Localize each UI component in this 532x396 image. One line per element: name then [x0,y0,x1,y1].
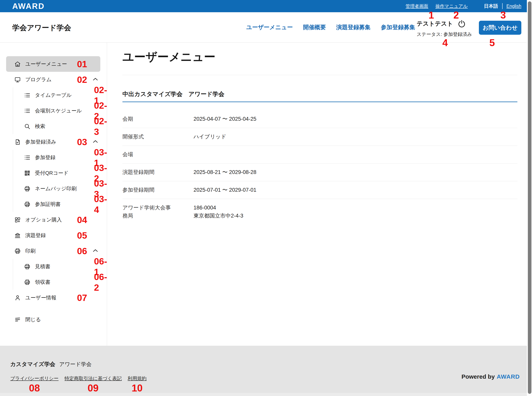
sidebar-item-abstract-registration[interactable]: 演題登録 05 [6,227,100,243]
sidebar-item-label: 参加証明書 [35,201,61,208]
sidebar-item-name-badge-print[interactable]: ネームバッジ印刷 03-3 [13,181,101,196]
annotation-03-4: 03-4 [94,194,107,215]
search-icon [24,123,31,130]
sidebar-item-venue-schedule[interactable]: 会場別スケジュール 02-2 [13,103,101,118]
annotation-02-3: 02-3 [94,116,107,137]
footer-links: プライバシーポリシー 08 特定商取引法に基づく表記 09 利用規約 10 [10,375,147,394]
footer-link-commerce-col: 特定商取引法に基づく表記 09 [65,375,122,394]
sidebar-item-label: プログラム [25,76,52,83]
home-icon [14,61,21,67]
conference-info-table: 会期 2025-04-07 〜 2025-04-25 開催形式 ハイブリッド 会… [122,110,517,225]
annotation-10: 10 [132,382,143,394]
list-icon [24,107,31,114]
sidebar-item-label: ユーザー情報 [25,294,56,301]
row-label: 開催形式 [122,133,193,141]
privacy-policy-link[interactable]: プライバシーポリシー [10,375,59,382]
page-footer: カスタマイズ学会 アワード学会 プライバシーポリシー 08 特定商取引法に基づく… [0,346,532,396]
printer-icon [24,185,31,192]
sidebar-group-registered: 参加登録 03-1 受付QRコード 03-2 [13,150,107,212]
chevron-up-icon [92,140,98,144]
sidebar-item-label: 演題登録 [25,232,46,239]
sidebar-item-user-menu[interactable]: ユーザーメニュー 01 [6,56,100,72]
sidebar-item-user-info[interactable]: ユーザー情報 07 [6,290,100,305]
annotation-09: 09 [88,382,99,394]
printer-icon [24,201,31,208]
printer-icon [24,279,31,285]
sidebar-item-label: 会場別スケジュール [35,107,82,114]
sidebar: ユーザーメニュー 01 プログラム 02 [0,43,107,346]
sidebar-item-participation-certificate[interactable]: 参加証明書 03-4 [13,196,101,212]
footer-org-bold: カスタマイズ学会 [10,361,55,368]
row-label: 会場 [122,151,193,158]
terms-of-use-link[interactable]: 利用規約 [128,375,147,382]
annotation-01: 01 [77,59,87,70]
manual-link[interactable]: 操作マニュアル [436,3,468,9]
footer-org-normal: アワード学会 [59,361,92,368]
sidebar-collapse-label: 閉じる [25,316,41,323]
footer-link-privacy-col: プライバシーポリシー 08 [10,375,59,394]
row-label: 参加登録期間 [122,186,193,194]
sidebar-item-quotation[interactable]: 見積書 06-1 [13,259,101,274]
table-row: 会期 2025-04-07 〜 2025-04-25 [122,110,517,128]
sidebar-item-participation-registration[interactable]: 参加登録 03-1 [13,150,101,165]
annotation-3: 3 [500,9,506,21]
row-label: 会期 [122,115,193,123]
monitor-icon [14,76,21,83]
sidebar-item-option-purchase[interactable]: オプション購入 04 [6,212,100,227]
user-block: テストテスト ステータス: 参加登録済み [417,19,472,37]
sidebar-item-label: 検索 [35,123,45,130]
list-icon [24,154,31,161]
sidebar-item-program[interactable]: プログラム 02 [6,72,100,87]
scrollbar-track [527,0,532,396]
bank-icon [14,232,21,239]
commerce-law-link[interactable]: 特定商取引法に基づく表記 [65,375,122,382]
sidebar-item-reception-qr[interactable]: 受付QRコード 03-2 [13,165,101,181]
sidebar-item-label: ユーザーメニュー [25,61,67,67]
row-value: ハイブリッド [193,133,226,141]
powered-by-text: Powered by [461,373,495,380]
status-badge: ステータス: 参加登録済み [417,31,472,37]
sidebar-item-label: 受付QRコード [35,170,69,176]
nav-abstract-registration[interactable]: 演題登録募集 [336,23,371,31]
contact-button[interactable]: お問い合わせ [479,21,521,35]
sidebar-item-label: タイムテーブル [35,92,72,99]
row-label: アワード学術大会事務局 [122,204,193,220]
main-nav: ユーザーメニュー 開催概要 演題登録募集 参加登録募集 [246,12,415,43]
printer-icon [24,263,31,270]
grid-plus-icon [14,216,21,223]
list-icon [24,92,31,99]
scrollbar-thumb[interactable] [528,1,532,394]
sidebar-item-search[interactable]: 検索 02-3 [13,118,101,134]
row-label: 演題登録期間 [122,168,193,176]
chevron-up-icon [92,77,98,82]
annotation-2: 2 [453,9,459,21]
nav-user-menu[interactable]: ユーザーメニュー [246,23,293,31]
user-name: テストテスト [417,20,453,28]
sidebar-item-label: 見積書 [35,263,50,270]
sidebar-item-print[interactable]: 印刷 06 [6,243,100,259]
footer-link-terms-col: 利用規約 10 [128,375,147,394]
nav-participation-registration[interactable]: 参加登録募集 [381,23,415,31]
conference-section-title: 中出カスタマイズ学会 アワード学会 [122,90,517,98]
annotation-06: 06 [77,246,87,256]
menu-fold-icon [14,316,21,323]
sidebar-item-label: ネームバッジ印刷 [35,185,77,192]
annotation-08: 08 [29,382,40,394]
annotation-5: 5 [489,37,495,48]
main-content: ユーザーメニュー 中出カスタマイズ学会 アワード学会 会期 2025-04-07… [107,43,527,346]
annotation-07: 07 [77,292,87,303]
admin-screen-link[interactable]: 管理者画面 [406,3,428,9]
powered-by: Powered byAWARD [461,373,520,380]
sidebar-item-timetable[interactable]: タイムテーブル 02-1 [13,87,101,103]
lang-divider [502,3,502,9]
sidebar-item-registered[interactable]: 参加登録済み 03 [6,134,100,150]
row-value: 2025-07-01 〜 2029-07-01 [193,186,256,194]
table-row: 会場 [122,146,517,163]
nav-event-overview[interactable]: 開催概要 [303,23,326,31]
table-row: 開催形式 ハイブリッド [122,128,517,146]
person-icon [14,294,21,301]
sidebar-item-label: 参加登録 [35,154,55,161]
sidebar-item-receipt[interactable]: 領収書 06-2 [13,274,101,290]
sidebar-collapse-button[interactable]: 閉じる [6,312,100,327]
lang-english-link[interactable]: English [507,4,521,9]
